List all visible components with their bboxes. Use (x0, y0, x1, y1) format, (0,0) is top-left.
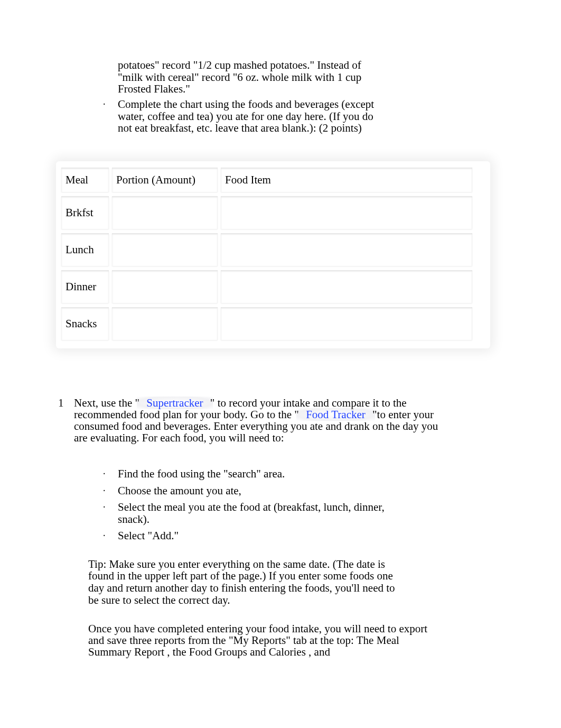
bullet-marker-empty (103, 59, 118, 95)
cell-meal-lunch: Lunch (61, 233, 109, 266)
prev-bullet-text: potatoes" record "1/2 cup mashed potatoe… (118, 59, 486, 95)
sub-step-b-text: Choose the amount you ate, (118, 485, 486, 497)
cell-meal-snacks: Snacks (61, 307, 109, 340)
tip-paragraph: Tip: Make sure you enter everything on t… (88, 558, 486, 606)
sub-step-b: · Choose the amount you ate, (103, 485, 486, 497)
cell-food-dinner[interactable] (221, 270, 472, 303)
table-row: Lunch (61, 233, 472, 266)
complete-chart-text: Complete the chart using the foods and b… (118, 98, 486, 134)
bullet-marker-icon: · (103, 501, 118, 526)
cell-food-lunch[interactable] (221, 233, 472, 266)
bullet-marker-icon: · (103, 98, 118, 134)
food-chart-table: Meal Portion (Amount) Food Item Brkfst L… (58, 163, 475, 344)
table-header-row: Meal Portion (Amount) Food Item (61, 168, 472, 192)
bullet-marker-icon: · (103, 485, 118, 497)
step1-pre-super: Next, use the " (74, 397, 139, 409)
cell-portion-dinner[interactable] (112, 270, 218, 303)
cell-meal-dinner: Dinner (61, 270, 109, 303)
bullet-marker-icon: · (103, 468, 118, 480)
cell-portion-snacks[interactable] (112, 307, 218, 340)
once-mid1: , the (167, 646, 189, 658)
header-portion: Portion (Amount) (112, 168, 218, 192)
sub-steps-list: · Find the food using the "search" area.… (103, 468, 486, 542)
food-groups-report: Food Groups (189, 646, 247, 658)
cell-portion-brkfst[interactable] (112, 196, 218, 229)
once-mid2: and (250, 646, 269, 658)
supertracker-link[interactable]: Supertracker (137, 397, 212, 409)
cell-food-brkfst[interactable] (221, 196, 472, 229)
intro-bullet-complete: · Complete the chart using the foods and… (103, 98, 486, 134)
header-food: Food Item (221, 168, 472, 192)
cell-food-snacks[interactable] (221, 307, 472, 340)
header-meal: Meal (61, 168, 109, 192)
step-1-block: 1 Next, use the " Supertracker " to reco… (58, 397, 486, 444)
cell-meal-brkfst: Brkfst (61, 196, 109, 229)
sub-step-d: · Select "Add." (103, 530, 486, 542)
step-1-marker: 1 (58, 397, 74, 444)
document-body: potatoes" record "1/2 cup mashed potatoe… (58, 59, 486, 658)
sub-step-c: · Select the meal you ate the food at (b… (103, 501, 486, 526)
intro-bullet-continuation: potatoes" record "1/2 cup mashed potatoe… (103, 59, 486, 95)
calories-report: Calories (269, 646, 306, 658)
cell-portion-lunch[interactable] (112, 233, 218, 266)
bullet-marker-icon: · (103, 530, 118, 542)
sub-step-d-text: Select "Add." (118, 530, 486, 542)
sub-step-a-text: Find the food using the "search" area. (118, 468, 486, 480)
food-chart-table-wrap: Meal Portion (Amount) Food Item Brkfst L… (58, 163, 486, 344)
once-paragraph: Once you have completed entering your fo… (88, 623, 486, 658)
once-end: , and (308, 646, 330, 658)
sub-step-a: · Find the food using the "search" area. (103, 468, 486, 480)
step-1-body: Next, use the " Supertracker " to record… (74, 397, 486, 444)
table-row: Snacks (61, 307, 472, 340)
table-row: Brkfst (61, 196, 472, 229)
sub-step-c-text: Select the meal you ate the food at (bre… (118, 501, 486, 526)
food-tracker-link[interactable]: Food Tracker (296, 408, 375, 421)
table-row: Dinner (61, 270, 472, 303)
